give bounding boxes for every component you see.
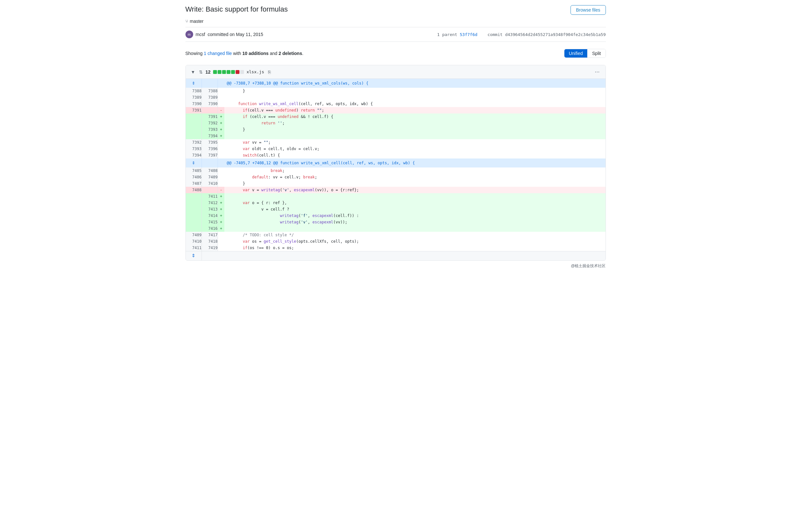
commit-date: committed on May 11, 2015 [208,32,263,37]
table-row: 7411 + [186,193,605,200]
unified-view-button[interactable]: Unified [564,49,588,58]
files-summary: Showing 1 changed file with 10 additions… [186,51,304,56]
table-row: 7394 7397 switch(cell.t) { [186,152,605,158]
table-row: 7413 + v = cell.f ? [186,206,605,212]
diff-stat-icon: ⇅ [199,70,203,75]
diff-block-7 [240,70,244,74]
table-row: 7411 7419 if(os !== 0) o.s = os; [186,245,605,251]
avatar: m [186,31,193,38]
hunk-info-2: @@ -7405,7 +7408,12 @@ function write_ws… [224,158,605,168]
table-row: 7408 - var v = writetag('v', escapexml(v… [186,187,605,193]
diff-table: ⇕ @@ -7388,7 +7388,10 @@ function write_… [186,79,605,260]
table-row: 7390 7390 function write_ws_xml_cell(cel… [186,101,605,107]
table-row: 7391 + if (cell.v === undefined && ! cel… [186,113,605,120]
diff-block-5 [231,70,235,74]
file-diff-header: ▼ ⇅ 12 xlsx.js ⎘ ··· [186,65,605,79]
toggle-diff-button[interactable]: ▼ [190,69,197,75]
branch-icon: ⑂ [186,19,188,24]
copy-path-button[interactable]: ⎘ [267,69,272,75]
split-view-button[interactable]: Split [587,49,605,58]
table-row: 7393 7396 var oldt = cell.t, oldv = cell… [186,146,605,152]
hunk-expand-button-2[interactable]: ⇕ [192,161,195,165]
table-row: 7391 - if(cell.v === undefined) return "… [186,107,605,113]
table-row: 7415 + writetag('v', escapexml(vv)); [186,219,605,225]
diff-view-toggle: Unified Split [564,49,606,58]
hunk-info-1: @@ -7388,7 +7388,10 @@ function write_ws… [224,79,605,88]
diff-block-1 [213,70,217,74]
table-row: 7389 7389 [186,94,605,101]
commit-title: Write: Basic support for formulas [186,5,288,14]
table-row: 7392 + return ''; [186,120,605,126]
diff-stat-count: 12 [206,70,211,75]
diff-block-3 [222,70,226,74]
diff-blocks [213,70,244,74]
commit-hash-info: 1 parent 53f7f6d commit d43964564d2d4552… [437,32,605,37]
hunk-header-1: ⇕ @@ -7388,7 +7388,10 @@ function write_… [186,79,605,88]
changed-files-link[interactable]: 1 changed file [204,51,232,56]
table-row: 7412 + var o = { r: ref }, [186,200,605,206]
table-row: 7394 + [186,133,605,139]
watermark: @植土掘金技术社区 [186,261,606,271]
hunk-header-2: ⇕ @@ -7405,7 +7408,12 @@ function write_… [186,158,605,168]
table-row: 7392 7395 var vv = ""; [186,139,605,146]
diff-block-4 [227,70,230,74]
file-name: xlsx.js [247,70,264,74]
footer-expand-row: ⇕ [186,251,605,261]
parent-hash-link[interactable]: 53f7f6d [460,32,478,37]
table-row: 7414 + writetag('f', escapexml(cell.f)) … [186,212,605,219]
table-row: 7388 7388 } [186,88,605,94]
table-row: 7405 7408 break; [186,168,605,174]
more-options-button[interactable]: ··· [593,68,601,76]
table-row: 7416 + [186,225,605,232]
diff-block-6 [236,70,239,74]
hunk-expand-button-1[interactable]: ⇕ [192,81,195,86]
branch-name: master [190,19,204,24]
file-diff-container: ▼ ⇅ 12 xlsx.js ⎘ ··· [186,65,606,261]
table-row: 7406 7409 default: vv = cell.v; break; [186,174,605,180]
table-row: 7407 7410 } [186,180,605,187]
commit-author: mcsf [196,32,206,37]
table-row: 7409 7417 /* TODO: cell style */ [186,232,605,238]
browse-files-button[interactable]: Browse files [571,5,605,15]
table-row: 7410 7418 var os = get_cell_style(opts.c… [186,238,605,245]
footer-expand-button[interactable]: ⇕ [192,253,195,258]
table-row: 7393 + } [186,126,605,133]
commit-hash: d43964564d2d455271a9348f904fe2c34e5b1a59 [505,32,605,37]
diff-block-2 [218,70,221,74]
